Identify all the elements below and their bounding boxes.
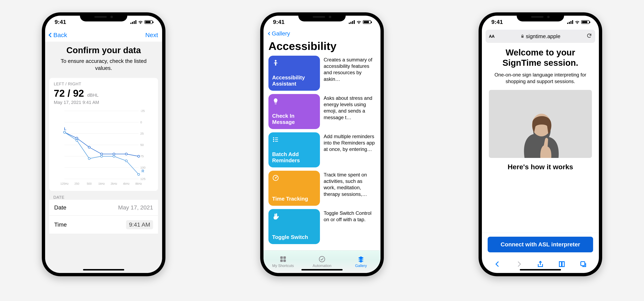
- svg-point-45: [275, 60, 277, 62]
- connect-button[interactable]: Connect with ASL interpreter: [488, 237, 593, 252]
- svg-text:2kHz: 2kHz: [111, 182, 117, 185]
- metric-label: LEFT / RIGHT: [54, 82, 154, 86]
- svg-rect-1: [132, 22, 133, 24]
- phone-shortcuts: 9:41 Gallery Accessibility Accessibility…: [260, 12, 384, 276]
- tab-gallery[interactable]: Gallery: [342, 250, 380, 273]
- hand-icon: [272, 213, 279, 220]
- svg-rect-57: [283, 259, 286, 262]
- svg-point-38: [125, 160, 127, 162]
- battery-icon: [144, 20, 153, 24]
- shortcut-title: Time Tracking: [272, 196, 316, 202]
- breadcrumb-label: Gallery: [272, 30, 290, 37]
- svg-point-27: [88, 146, 90, 148]
- signal-icon: [567, 20, 573, 24]
- svg-rect-49: [275, 138, 278, 138]
- shortcut-title: Check In Message: [272, 113, 316, 125]
- shortcut-tile[interactable]: Batch Add Reminders: [268, 132, 320, 167]
- signal-icon: [130, 20, 136, 24]
- notch: [517, 12, 564, 22]
- svg-point-34: [76, 139, 78, 141]
- audiogram-chart: -250255075100125125Hz2505001kHz2kHz4kHz8…: [54, 109, 154, 187]
- chevron-left-icon: [268, 32, 272, 36]
- row-key: Time: [54, 221, 126, 228]
- chevron-left-icon: [48, 33, 53, 38]
- svg-text:75: 75: [140, 154, 144, 158]
- table-row[interactable]: Time 9:41 AM: [49, 216, 158, 234]
- svg-text:50: 50: [140, 143, 144, 147]
- gauge-icon: [272, 174, 279, 181]
- lock-icon: [520, 35, 524, 38]
- reload-button[interactable]: [586, 33, 592, 40]
- shortcut-description: Asks about stress and energy levels usin…: [324, 94, 376, 129]
- row-key: Date: [54, 204, 118, 211]
- nav-forward-button: [515, 260, 523, 269]
- svg-text:250: 250: [74, 182, 79, 185]
- svg-text:125: 125: [140, 177, 146, 181]
- next-button[interactable]: Next: [145, 32, 158, 39]
- phone-health: 9:41 Back Next Confirm your data To ensu…: [42, 12, 166, 276]
- back-label: Back: [53, 32, 67, 39]
- svg-rect-41: [349, 23, 350, 24]
- battery-icon: [363, 20, 371, 24]
- shortcut-tile[interactable]: Time Tracking: [268, 171, 320, 206]
- shortcut-tile[interactable]: Toggle Switch: [268, 209, 320, 244]
- tab-label: Gallery: [355, 264, 367, 268]
- svg-rect-54: [280, 256, 283, 259]
- page-subtitle: One-on-one sign language interpreting fo…: [490, 72, 591, 85]
- shortcut-tile[interactable]: Check In Message: [268, 94, 320, 129]
- svg-point-39: [138, 173, 140, 175]
- back-button[interactable]: Back: [49, 32, 67, 39]
- battery-icon: [581, 20, 590, 24]
- nav-back-button[interactable]: [494, 260, 501, 269]
- tab-my-shortcuts[interactable]: My Shortcuts: [264, 250, 302, 273]
- tabs-button[interactable]: [580, 260, 587, 269]
- shortcut-description: Toggle Switch Control on or off with a t…: [324, 209, 376, 244]
- status-time: 9:41: [54, 19, 66, 25]
- wifi-icon: [356, 20, 362, 24]
- home-indicator[interactable]: [83, 269, 124, 270]
- how-it-works-heading: Here's how it works: [482, 163, 599, 171]
- shortcut-tile[interactable]: Accessibility Assistant: [268, 56, 320, 91]
- home-indicator[interactable]: [302, 269, 342, 270]
- home-indicator[interactable]: [520, 269, 561, 270]
- url-text: signtime.apple: [526, 33, 560, 40]
- row-value: 9:41 AM: [126, 220, 153, 229]
- metric-timestamp: May 17, 2021 9:41 AM: [54, 100, 154, 105]
- svg-rect-42: [350, 22, 352, 24]
- share-button[interactable]: [537, 260, 544, 269]
- signal-icon: [349, 20, 355, 24]
- svg-rect-59: [567, 23, 568, 24]
- tab-label: Automation: [312, 264, 331, 268]
- bookmarks-button[interactable]: [558, 260, 566, 269]
- svg-rect-3: [135, 20, 136, 24]
- breadcrumb[interactable]: Gallery: [268, 29, 376, 39]
- svg-rect-55: [283, 256, 286, 259]
- svg-rect-62: [572, 20, 573, 24]
- address-bar[interactable]: AA signtime.apple: [486, 30, 595, 43]
- page-title: Confirm your data: [45, 45, 162, 55]
- nav-bar: Back Next: [45, 29, 162, 42]
- svg-text:100: 100: [140, 166, 146, 169]
- status-time: 9:41: [491, 19, 503, 25]
- shortcut-title: Batch Add Reminders: [272, 151, 316, 164]
- svg-rect-60: [569, 22, 570, 24]
- svg-rect-61: [570, 21, 572, 24]
- grid-icon: [279, 255, 287, 263]
- svg-point-33: [64, 131, 66, 133]
- svg-point-28: [100, 153, 102, 155]
- svg-text:-25: -25: [140, 109, 145, 113]
- metric-value: 72 / 92 dBHL: [54, 88, 154, 99]
- wifi-icon: [138, 20, 143, 24]
- table-row[interactable]: Date May 17, 2021: [49, 200, 158, 216]
- bulb-icon: [272, 98, 279, 105]
- svg-point-53: [275, 177, 276, 179]
- text-size-button[interactable]: AA: [489, 34, 494, 39]
- svg-rect-51: [275, 141, 278, 142]
- phone-safari: 9:41 AA signtime.apple Welcome to your S…: [478, 12, 602, 276]
- svg-point-31: [138, 155, 140, 157]
- shortcut-description: Creates a summary of accessibility featu…: [324, 56, 376, 91]
- svg-text:L: L: [64, 127, 66, 131]
- svg-text:4kHz: 4kHz: [123, 182, 130, 185]
- row-value: May 17, 2021: [118, 204, 153, 211]
- svg-text:125Hz: 125Hz: [60, 182, 68, 185]
